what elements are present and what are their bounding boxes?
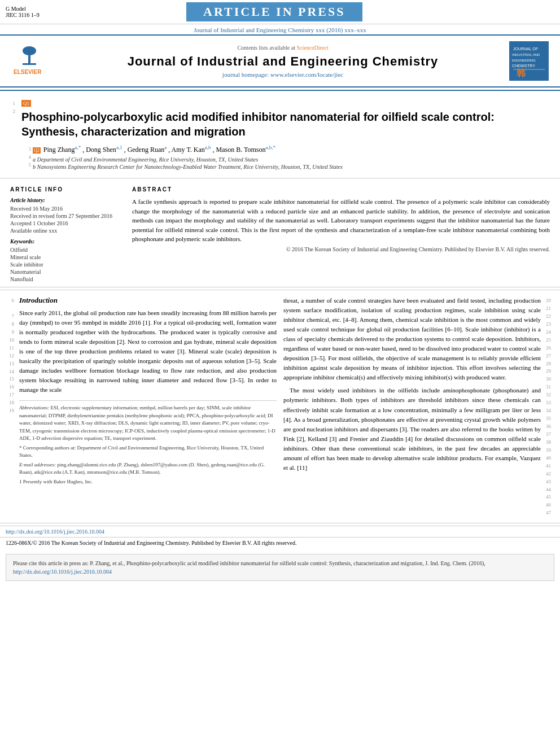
divider-1 <box>0 178 560 178</box>
author3-sup: a <box>164 145 167 150</box>
g-model-info: G Model JIEC 3116 1–9 <box>6 6 40 18</box>
line-nums-authors: 3 4 5 <box>21 145 33 171</box>
email-label: E-mail addresses: <box>19 462 56 468</box>
abstract-heading: ABSTRACT <box>132 186 550 193</box>
abbrev-label: Abbreviations: <box>19 405 49 410</box>
history-label: Article history: <box>10 197 114 203</box>
top-banner: G Model JIEC 3116 1–9 ARTICLE IN PRESS <box>0 0 560 24</box>
divider-thick <box>0 90 560 91</box>
article-title-section: 1 2 Q1 Phosphino-polycarboxylic acid mod… <box>0 93 560 176</box>
keyword-nanofluid: Nanofluid <box>10 276 114 282</box>
cite-text: Please cite this article in press as: P.… <box>13 560 485 566</box>
doi-link[interactable]: http://dx.doi.org/10.1016/j.jiec.2016.10… <box>6 528 104 535</box>
line-nums-right-title <box>543 99 554 172</box>
available-date: Available online xxx <box>10 228 114 234</box>
body-right-col: threat, a number of scale control strate… <box>280 296 544 517</box>
email-addresses: ping.zhang@alumni.rice.edu (P. Zhang), d… <box>19 462 265 475</box>
footnote-section: Abbreviations: ESI, electronic supplemen… <box>19 400 277 486</box>
left-line-numbers: 6 7 8 9 10 11 12 13 14 15 16 17 18 19 <box>2 296 16 517</box>
keyword-scale-inhibitor: Scale inhibitor <box>10 261 114 268</box>
svg-text:韩: 韩 <box>517 68 526 78</box>
svg-text:ELSEVIER: ELSEVIER <box>14 69 42 75</box>
svg-text:INDUSTRIAL AND: INDUSTRIAL AND <box>512 53 540 56</box>
contents-available-line: Contents lists available at ScienceDirec… <box>62 45 504 51</box>
divider-2 <box>0 290 560 290</box>
svg-text:ENGINEERING: ENGINEERING <box>512 59 536 62</box>
keyword-nanomaterial: Nanomaterial <box>10 269 114 275</box>
author3-name: , Gedeng Ruan <box>124 146 165 154</box>
svg-text:CHEMISTRY: CHEMISTRY <box>512 64 535 68</box>
cite-box: Please cite this article in press as: P.… <box>6 554 554 581</box>
author4-name: , Amy T. Kan <box>168 146 205 154</box>
keyword-oilfield: Oilfield <box>10 247 114 253</box>
baker-hughes-note: 1 Presently with Baker Hughes, Inc. <box>19 478 277 486</box>
svg-rect-0 <box>11 43 56 71</box>
author4-sup: a,b <box>205 145 211 150</box>
q1-badge: Q1 <box>21 100 31 107</box>
jiec-number: JIEC 3116 1–9 <box>6 12 40 18</box>
journal-url[interactable]: www.elsevier.com/locate/jiec <box>270 71 343 78</box>
journal-logo-right: JOURNAL OF INDUSTRIAL AND ENGINEERING CH… <box>509 41 549 81</box>
journal-title-block: Contents lists available at ScienceDirec… <box>62 45 504 78</box>
abbrev-text: Abbreviations: ESI, electronic supplemen… <box>19 404 277 443</box>
journal-main-title: Journal of Industrial and Engineering Ch… <box>62 54 504 69</box>
author5-sup: a,b,* <box>266 145 276 150</box>
cite-doi-link[interactable]: http://dx.doi.org/10.1016/j.jiec.2016.10… <box>13 569 112 575</box>
corresponding-text: * Corresponding authors at: Department o… <box>19 444 277 460</box>
q2-badge: Q2 <box>33 147 41 154</box>
body-left-col: Introduction Since early 2011, the globa… <box>16 296 280 517</box>
copyright-line: © 2016 The Korean Society of Industrial … <box>132 246 550 252</box>
author1-sup: a,* <box>75 145 81 150</box>
author2-sup: a,1 <box>116 145 123 150</box>
journal-homepage: journal homepage: www.elsevier.com/locat… <box>62 71 504 78</box>
email-line: E-mail addresses: ping.zhang@alumni.rice… <box>19 461 277 477</box>
author2-name: , Dong Shen <box>82 146 116 154</box>
journal-header: ELSEVIER Contents lists available at Sci… <box>0 36 560 88</box>
issn-line: 1226-086X/© 2016 The Korean Society of I… <box>0 537 560 548</box>
doi-section: http://dx.doi.org/10.1016/j.jiec.2016.10… <box>0 526 560 537</box>
received-date: Received 16 May 2016 <box>10 206 114 212</box>
right-para1: threat, a number of scale control strate… <box>283 296 541 473</box>
article-info-heading: ARTICLE INFO <box>10 186 114 193</box>
accepted-date: Accepted 1 October 2016 <box>10 220 114 226</box>
g-model-label: G Model <box>6 6 40 12</box>
intro-para1: Since early 2011, the global oil product… <box>19 308 277 395</box>
abstract-col: ABSTRACT A facile synthesis approach is … <box>128 186 554 283</box>
author5-name: , Mason B. Tomson <box>213 146 266 154</box>
affiliation-b: b Nanosystems Engineering Research Cente… <box>33 164 539 170</box>
article-info-abstract-section: ARTICLE INFO Article history: Received 1… <box>0 181 560 287</box>
abstract-text: A facile synthesis approach is reported … <box>132 197 550 244</box>
keyword-mineral: Mineral scale <box>10 254 114 260</box>
affiliation-a: a Department of Civil and Environmental … <box>33 156 539 163</box>
body-section: 6 7 8 9 10 11 12 13 14 15 16 17 18 19 In… <box>0 292 560 521</box>
journal-subtitle: Journal of Industrial and Engineering Ch… <box>0 24 560 36</box>
svg-text:JOURNAL OF: JOURNAL OF <box>513 47 538 51</box>
svg-point-2 <box>23 46 36 55</box>
authors-line: Q2 Ping Zhanga,* , Dong Shena,1 , Gedeng… <box>33 145 539 154</box>
journal-subtitle-text: Journal of Industrial and Engineering Ch… <box>194 27 366 33</box>
right-line-numbers: 20 21 22 23 24 25 26 27 28 29 30 31 32 3… <box>544 296 558 517</box>
author1-name: Ping Zhang <box>43 146 75 154</box>
article-in-press-banner: ARTICLE IN PRESS <box>186 2 362 21</box>
line-numbers-left-title: 1 2 <box>6 99 17 172</box>
svg-rect-3 <box>23 63 36 65</box>
revised-date: Received in revised form 27 September 20… <box>10 213 114 219</box>
sciencedirect-link[interactable]: ScienceDirect <box>296 45 328 51</box>
authors-row: 3 4 5 Q2 Ping Zhanga,* , Dong Shena,1 , … <box>21 145 539 171</box>
elsevier-logo: ELSEVIER <box>11 43 56 79</box>
article-info-col: ARTICLE INFO Article history: Received 1… <box>6 186 119 283</box>
keywords-label: Keywords: <box>10 238 114 244</box>
divider-3 <box>0 523 560 523</box>
article-title: Phosphino-polycarboxylic acid modified i… <box>21 110 539 139</box>
abstract-paragraph: A facile synthesis approach is reported … <box>132 197 550 244</box>
intro-heading: Introduction <box>19 296 277 305</box>
q-badges: Q1 <box>21 99 539 107</box>
